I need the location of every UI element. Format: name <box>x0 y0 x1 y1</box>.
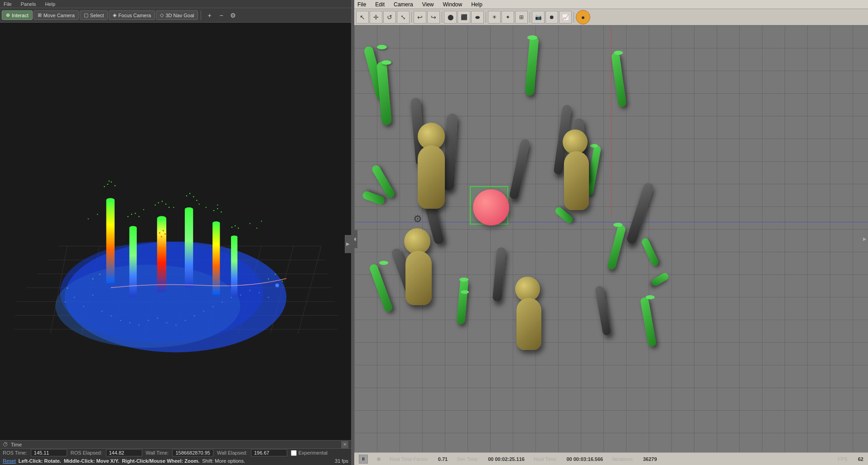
svg-rect-95 <box>67 288 68 288</box>
svg-rect-64 <box>163 230 164 231</box>
olive-cyl-3 <box>405 251 432 305</box>
left-bottom-bar: ⏱ Time ✕ ROS Time: 145.11 ROS Elapsed: 1… <box>0 440 351 465</box>
olive-cyl-1 <box>418 145 445 209</box>
svg-rect-62 <box>169 207 169 208</box>
add-button[interactable]: + <box>204 10 215 21</box>
svg-rect-30 <box>157 318 158 319</box>
svg-rect-75 <box>213 210 214 211</box>
interact-button[interactable]: ⊕ Interact <box>2 10 33 20</box>
left-click-info: Left-Click: Rotate. <box>19 458 61 464</box>
interact-icon: ⊕ <box>6 12 10 18</box>
focus-camera-button[interactable]: ◈ Focus Camera <box>109 10 155 20</box>
green-cyl-6-cap <box>379 261 388 265</box>
splitter[interactable] <box>351 0 354 465</box>
sim-time-value: 00 00:02:25.116 <box>488 456 525 462</box>
graph-tool[interactable]: 📈 <box>559 11 572 24</box>
iterations-label: Iterations: <box>612 456 634 462</box>
green-cyl-1-cap <box>377 45 387 49</box>
undo-tool[interactable]: ↩ <box>414 11 426 24</box>
orange-tool[interactable]: ● <box>576 10 590 24</box>
ros-time-value: 145.11 <box>31 449 67 456</box>
ros-elapsed-value: 144.82 <box>106 449 142 456</box>
svg-rect-21 <box>74 297 75 298</box>
sun-tool[interactable]: ☀ <box>488 11 501 24</box>
screenshot-tool[interactable]: 📷 <box>532 11 545 24</box>
redo-tool[interactable]: ↪ <box>427 11 440 24</box>
svg-rect-45 <box>104 186 105 187</box>
svg-rect-52 <box>127 216 128 217</box>
wall-time-label: Wall Time: <box>146 450 169 455</box>
svg-rect-47 <box>111 182 112 182</box>
svg-rect-22 <box>83 306 84 307</box>
green-cyl-2-cap <box>381 60 391 65</box>
minus-button[interactable]: − <box>216 10 227 21</box>
svg-rect-98 <box>282 281 283 282</box>
sphere-tool[interactable]: ⬤ <box>444 11 457 24</box>
time-title: Time <box>11 442 22 447</box>
hdr-tool[interactable]: ✦ <box>502 11 514 24</box>
cursor-tool[interactable]: ↖ <box>356 11 369 24</box>
right-menu-help[interactable]: Help <box>470 1 484 8</box>
svg-rect-43 <box>106 200 115 283</box>
menu-help[interactable]: Help <box>43 1 57 7</box>
svg-rect-59 <box>158 202 159 203</box>
svg-rect-25 <box>111 316 112 316</box>
svg-rect-32 <box>176 325 177 326</box>
grid-tool[interactable]: ⊞ <box>515 11 528 24</box>
svg-rect-28 <box>139 325 140 326</box>
right-menu-window[interactable]: Window <box>442 1 464 8</box>
right-menu-view[interactable]: View <box>421 1 435 8</box>
cylinder-tool[interactable]: ⬬ <box>471 11 484 24</box>
shift-info: Shift: More options. <box>202 458 245 464</box>
svg-rect-91 <box>256 228 257 229</box>
right-menu-edit[interactable]: Edit <box>374 1 386 8</box>
svg-point-74 <box>212 221 220 225</box>
svg-rect-63 <box>159 232 160 234</box>
right-collapse-arrow[interactable]: ◀ <box>354 230 357 248</box>
green-cyl-8-cap <box>613 223 622 227</box>
svg-rect-29 <box>148 320 149 321</box>
scale-tool[interactable]: ⤡ <box>397 11 410 24</box>
pink-sphere[interactable] <box>473 189 509 225</box>
time-bar: ⏱ Time ✕ <box>0 441 351 449</box>
toolbar-sep <box>201 11 201 20</box>
svg-rect-35 <box>203 311 204 312</box>
rotate-tool[interactable]: ↺ <box>383 11 396 24</box>
svg-point-68 <box>185 207 193 211</box>
svg-rect-89 <box>217 205 218 206</box>
left-collapse-arrow[interactable]: ▶ <box>345 235 351 253</box>
svg-point-57 <box>157 216 166 221</box>
move-camera-button[interactable]: ⊞ Move Camera <box>34 10 79 20</box>
experimental-check[interactable]: Experimental <box>291 450 328 456</box>
tool-sep-5 <box>574 12 574 23</box>
right-edge-collapse[interactable]: ▶ <box>862 230 868 248</box>
svg-point-79 <box>231 235 237 238</box>
right-menu-camera[interactable]: Camera <box>392 1 415 8</box>
record-tool[interactable]: ⏺ <box>545 11 558 24</box>
menu-file[interactable]: File <box>2 1 14 7</box>
time-collapse-btn[interactable]: ✕ <box>341 441 348 448</box>
green-cyl-4-cap <box>590 144 598 148</box>
svg-rect-33 <box>185 320 186 321</box>
sim-time-label: Sim Time: <box>457 456 479 462</box>
menu-panels[interactable]: Panels <box>19 1 38 7</box>
experimental-checkbox[interactable] <box>291 450 297 456</box>
reset-button[interactable]: Reset <box>3 458 16 464</box>
settings-button[interactable]: ⚙ <box>227 10 238 21</box>
svg-rect-80 <box>231 227 232 228</box>
gazebo-viewport[interactable]: ⚙ <box>354 25 868 452</box>
move-camera-icon: ⊞ <box>38 12 42 18</box>
svg-rect-20 <box>65 302 66 302</box>
select-button[interactable]: ▢ Select <box>80 10 108 20</box>
olive-cyl-2 <box>564 151 589 210</box>
rviz-viewport[interactable]: ▶ <box>0 23 351 465</box>
left-toolbar: ⊕ Interact ⊞ Move Camera ▢ Select ◈ Focu… <box>0 8 351 23</box>
real-time-label: Real Time: <box>534 456 558 462</box>
nav-goal-button[interactable]: ◇ 3D Nav Goal <box>156 10 198 20</box>
box-tool[interactable]: ⬛ <box>458 11 470 24</box>
middle-click-info: Middle-Click: Move X/Y. <box>64 458 119 464</box>
pause-button[interactable]: ⏸ <box>359 455 368 464</box>
right-menu-file[interactable]: File <box>356 1 367 8</box>
translate-tool[interactable]: ✛ <box>370 11 382 24</box>
status-dot <box>377 457 381 461</box>
